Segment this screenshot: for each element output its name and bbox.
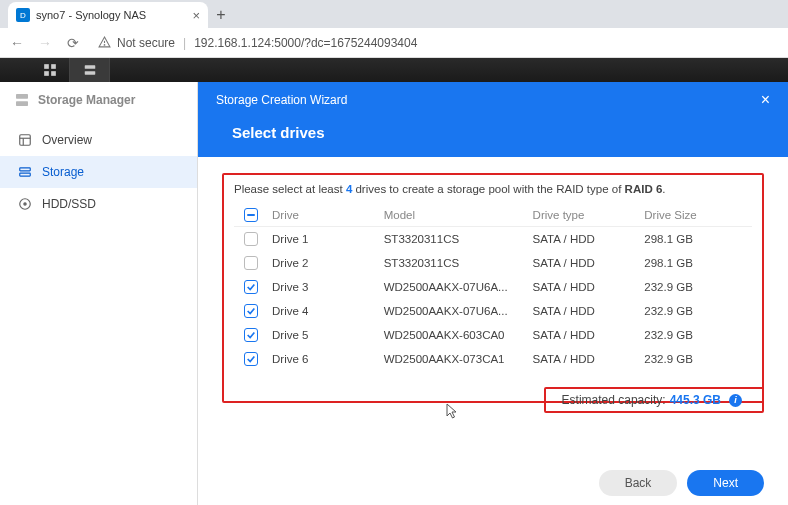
drive-checkbox[interactable] [244, 280, 258, 294]
drive-model: WD2500AAKX-603CA0 [380, 329, 529, 341]
drive-name: Drive 2 [268, 257, 380, 269]
drive-checkbox[interactable] [244, 256, 258, 270]
hdd-icon [18, 197, 32, 211]
dsm-grid-icon[interactable] [30, 58, 70, 82]
drive-name: Drive 5 [268, 329, 380, 341]
sidebar-item-hdd-ssd[interactable]: HDD/SSD [0, 188, 197, 220]
svg-rect-7 [84, 71, 95, 75]
storage-manager-sidebar: Storage Manager Overview Storage HDD/SSD [0, 82, 198, 505]
app-title: Storage Manager [38, 93, 135, 107]
table-row[interactable]: Drive 2 ST3320311CS SATA / HDD 298.1 GB [234, 251, 752, 275]
sidebar-item-label: Overview [42, 133, 92, 147]
drive-size: 232.9 GB [640, 353, 752, 365]
drive-type: SATA / HDD [529, 281, 641, 293]
table-row[interactable]: Drive 6 WD2500AAKX-073CA1 SATA / HDD 232… [234, 347, 752, 371]
svg-rect-14 [20, 173, 31, 176]
new-tab-button[interactable]: + [208, 2, 234, 28]
svg-point-1 [104, 45, 105, 46]
address-bar: ← → ⟳ Not secure | 192.168.1.124:5000/?d… [0, 28, 788, 58]
drive-model: WD2500AAKX-07U6A... [380, 305, 529, 317]
info-icon[interactable]: i [729, 394, 742, 407]
svg-rect-2 [44, 64, 49, 69]
svg-rect-10 [20, 135, 31, 146]
next-button[interactable]: Next [687, 470, 764, 496]
sidebar-item-overview[interactable]: Overview [0, 124, 197, 156]
col-size: Drive Size [640, 209, 752, 221]
drive-model: ST3320311CS [380, 257, 529, 269]
drive-type: SATA / HDD [529, 305, 641, 317]
wizard-header: Storage Creation Wizard × [198, 82, 788, 118]
storage-creation-wizard: Storage Creation Wizard × Select drives … [198, 82, 788, 505]
estimated-value: 445.3 GB [670, 393, 721, 407]
separator: | [183, 36, 186, 50]
security-label: Not secure [117, 36, 175, 50]
drive-table: Drive Model Drive type Drive Size Drive … [234, 203, 752, 371]
drive-size: 232.9 GB [640, 281, 752, 293]
col-model: Model [380, 209, 529, 221]
svg-rect-5 [51, 71, 56, 76]
drive-name: Drive 3 [268, 281, 380, 293]
col-drive: Drive [268, 209, 380, 221]
wizard-header-title: Storage Creation Wizard [216, 93, 347, 107]
close-icon[interactable]: × [761, 91, 770, 109]
drive-name: Drive 1 [268, 233, 380, 245]
tab-title: syno7 - Synology NAS [36, 9, 146, 21]
drive-type: SATA / HDD [529, 257, 641, 269]
table-header: Drive Model Drive type Drive Size [234, 203, 752, 227]
svg-rect-4 [44, 71, 49, 76]
drive-type: SATA / HDD [529, 233, 641, 245]
sidebar-item-label: Storage [42, 165, 84, 179]
browser-tab[interactable]: D syno7 - Synology NAS × [8, 2, 208, 28]
address-input[interactable]: Not secure | 192.168.1.124:5000/?dc=1675… [92, 36, 780, 50]
drive-size: 298.1 GB [640, 257, 752, 269]
drive-checkbox[interactable] [244, 328, 258, 342]
drive-checkbox[interactable] [244, 352, 258, 366]
dsm-top-bar [0, 58, 788, 82]
estimated-capacity-box: Estimated capacity: 445.3 GB i [544, 387, 764, 413]
drive-type: SATA / HDD [529, 329, 641, 341]
overview-icon [18, 133, 32, 147]
drive-checkbox[interactable] [244, 232, 258, 246]
drive-type: SATA / HDD [529, 353, 641, 365]
warning-icon [98, 36, 111, 49]
wizard-footer: Back Next [198, 461, 788, 505]
drive-name: Drive 4 [268, 305, 380, 317]
estimated-label: Estimated capacity: [562, 393, 666, 407]
back-button[interactable]: Back [599, 470, 678, 496]
tab-close-icon[interactable]: × [192, 8, 200, 23]
back-icon[interactable]: ← [8, 35, 26, 51]
table-row[interactable]: Drive 5 WD2500AAKX-603CA0 SATA / HDD 232… [234, 323, 752, 347]
drive-size: 298.1 GB [640, 233, 752, 245]
browser-chrome: D syno7 - Synology NAS × + ← → ⟳ Not sec… [0, 0, 788, 58]
favicon-icon: D [16, 8, 30, 22]
instruction-text: Please select at least 4 drives to creat… [234, 183, 752, 195]
tab-bar: D syno7 - Synology NAS × + [0, 0, 788, 28]
svg-rect-8 [16, 94, 28, 99]
drive-model: ST3320311CS [380, 233, 529, 245]
storage-icon [18, 165, 32, 179]
dsm-storage-icon[interactable] [70, 58, 110, 82]
drive-name: Drive 6 [268, 353, 380, 365]
table-row[interactable]: Drive 3 WD2500AAKX-07U6A... SATA / HDD 2… [234, 275, 752, 299]
cursor-icon [446, 403, 460, 421]
sidebar-item-storage[interactable]: Storage [0, 156, 197, 188]
svg-rect-3 [51, 64, 56, 69]
drive-checkbox[interactable] [244, 304, 258, 318]
main-area: Storage Manager Overview Storage HDD/SSD… [0, 82, 788, 505]
svg-rect-9 [16, 101, 28, 106]
sidebar-nav: Overview Storage HDD/SSD [0, 118, 197, 220]
app-header: Storage Manager [0, 82, 197, 118]
storage-app-icon [14, 92, 30, 108]
drive-model: WD2500AAKX-07U6A... [380, 281, 529, 293]
svg-rect-6 [84, 65, 95, 69]
wizard-step-title: Select drives [198, 118, 788, 157]
reload-icon[interactable]: ⟳ [64, 35, 82, 51]
drive-size: 232.9 GB [640, 329, 752, 341]
table-row[interactable]: Drive 4 WD2500AAKX-07U6A... SATA / HDD 2… [234, 299, 752, 323]
table-row[interactable]: Drive 1 ST3320311CS SATA / HDD 298.1 GB [234, 227, 752, 251]
drive-size: 232.9 GB [640, 305, 752, 317]
select-all-checkbox[interactable] [244, 208, 258, 222]
forward-icon: → [36, 35, 54, 51]
drive-selection-frame: Please select at least 4 drives to creat… [222, 173, 764, 403]
wizard-body: Please select at least 4 drives to creat… [198, 157, 788, 461]
